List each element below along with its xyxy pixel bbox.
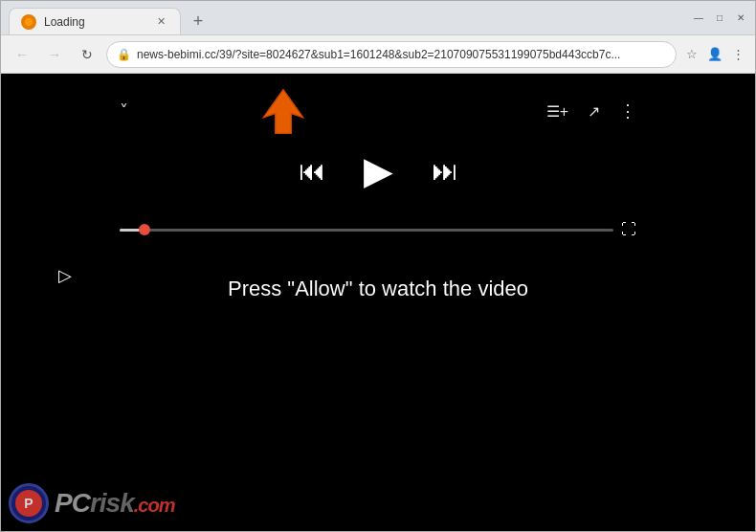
pcrisk-watermark: P PCrisk.com bbox=[9, 483, 174, 523]
tab-favicon bbox=[21, 14, 36, 30]
cursor-indicator: ▷ bbox=[58, 265, 72, 286]
progress-dot bbox=[139, 224, 150, 235]
title-bar: Loading ✕ + — □ ✕ bbox=[1, 1, 755, 35]
pcrisk-logo: P bbox=[9, 483, 49, 523]
toolbar-right: ☆ 👤 ⋮ bbox=[682, 45, 747, 64]
pcrisk-pc: PC bbox=[55, 488, 90, 518]
bookmark-icon[interactable]: ☆ bbox=[682, 45, 701, 64]
pcrisk-risk: risk bbox=[90, 488, 134, 518]
chevron-down-icon[interactable]: ˅ bbox=[120, 100, 128, 122]
window-controls: — □ ✕ bbox=[684, 1, 755, 34]
pcrisk-text: PCrisk.com bbox=[55, 488, 174, 519]
address-bar[interactable]: 🔒 news-bebimi.cc/39/?site=8024627&sub1=1… bbox=[106, 41, 677, 68]
forward-button[interactable]: → bbox=[41, 41, 68, 68]
browser-window: Loading ✕ + — □ ✕ ← → ↻ 🔒 news-bebimi.cc… bbox=[0, 0, 756, 532]
url-text: news-bebimi.cc/39/?site=8024627&sub1=160… bbox=[137, 48, 660, 61]
player-bottom: ⛶ bbox=[100, 211, 656, 248]
active-tab[interactable]: Loading ✕ bbox=[9, 8, 181, 34]
press-allow-text: Press "Allow" to watch the video bbox=[228, 248, 528, 321]
player-top-controls: ˅ ☰+ ↗ ⋮ bbox=[100, 93, 656, 129]
lock-icon: 🔒 bbox=[117, 48, 131, 61]
profile-icon[interactable]: 👤 bbox=[705, 45, 724, 64]
progress-bar[interactable] bbox=[120, 229, 613, 232]
menu-icon[interactable]: ⋮ bbox=[728, 45, 747, 64]
previous-button[interactable]: ⏮ bbox=[299, 155, 325, 187]
pcrisk-dotcom: .com bbox=[134, 495, 175, 516]
minimize-button[interactable]: — bbox=[692, 11, 705, 25]
back-button[interactable]: ← bbox=[9, 41, 35, 68]
close-button[interactable]: ✕ bbox=[734, 11, 747, 25]
fullscreen-button[interactable]: ⛶ bbox=[621, 221, 636, 238]
player-main-controls: ⏮ ▶ ⏭ bbox=[100, 129, 656, 211]
svg-marker-0 bbox=[263, 90, 303, 134]
share-icon[interactable]: ↗ bbox=[588, 102, 600, 121]
tab-title: Loading bbox=[44, 15, 145, 29]
toolbar: ← → ↻ 🔒 news-bebimi.cc/39/?site=8024627&… bbox=[1, 35, 755, 74]
video-player: ˅ ☰+ ↗ ⋮ ⏮ ▶ ⏭ bbox=[100, 74, 656, 248]
pcrisk-logo-inner: P bbox=[15, 490, 42, 517]
playlist-icon[interactable]: ☰+ bbox=[546, 102, 568, 121]
play-button[interactable]: ▶ bbox=[364, 148, 393, 192]
tab-close-button[interactable]: ✕ bbox=[153, 14, 168, 30]
tab-strip: Loading ✕ + bbox=[1, 1, 684, 34]
refresh-button[interactable]: ↻ bbox=[74, 41, 100, 68]
page-content: ▷ ˅ ☰+ ↗ ⋮ ⏮ ▶ ⏭ bbox=[1, 74, 755, 531]
player-top-right: ☰+ ↗ ⋮ bbox=[546, 100, 636, 122]
next-button[interactable]: ⏭ bbox=[432, 155, 458, 187]
more-options-icon[interactable]: ⋮ bbox=[619, 100, 636, 122]
new-tab-button[interactable]: + bbox=[185, 8, 211, 34]
player-top-left: ˅ bbox=[120, 100, 128, 122]
maximize-button[interactable]: □ bbox=[713, 11, 726, 25]
